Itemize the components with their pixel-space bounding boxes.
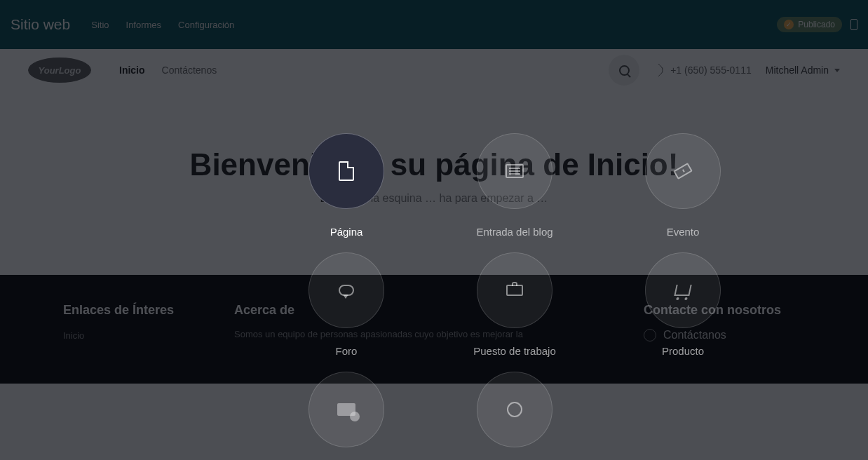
new-content-overlay[interactable]: Página Entrada del blog Evento Foro Pues… — [0, 0, 868, 460]
page-icon — [339, 161, 354, 181]
ticket-icon — [673, 163, 693, 180]
chat-bubble-icon — [339, 285, 354, 296]
presentation-icon — [337, 403, 355, 416]
content-type-livechat[interactable] — [430, 372, 599, 460]
content-type-grid: Página Entrada del blog Evento Foro Pues… — [262, 133, 767, 460]
content-type-curso[interactable] — [262, 372, 430, 460]
content-type-producto[interactable]: Producto — [599, 252, 767, 372]
cart-icon — [674, 285, 691, 296]
content-type-evento[interactable]: Evento — [599, 133, 767, 252]
content-type-foro[interactable]: Foro — [262, 252, 430, 372]
content-type-entrada-blog[interactable]: Entrada del blog — [430, 133, 599, 252]
newspaper-icon — [506, 164, 524, 178]
content-type-puesto-trabajo[interactable]: Puesto de trabajo — [430, 252, 599, 372]
circle-icon — [507, 402, 522, 417]
briefcase-icon — [506, 285, 523, 296]
content-type-pagina[interactable]: Página — [262, 133, 430, 252]
